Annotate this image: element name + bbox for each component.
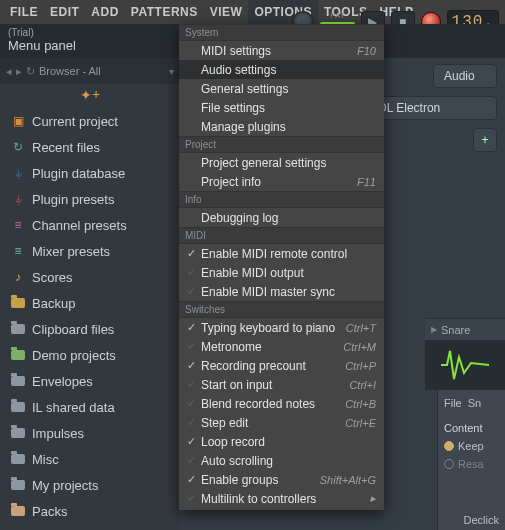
browser-node-il-shared-data[interactable]: IL shared data xyxy=(0,394,180,420)
tab-file[interactable]: File xyxy=(444,397,462,409)
browser-node-label: Scores xyxy=(32,270,72,285)
shortcut-label: Ctrl+B xyxy=(345,398,376,410)
menu-item-midi-settings[interactable]: MIDI settingsF10 xyxy=(179,41,384,60)
menu-item-label: Multilink to controllers xyxy=(199,492,370,506)
menu-item-auto-scrolling[interactable]: ✓Auto scrolling xyxy=(179,451,384,470)
keep-radio[interactable]: Keep xyxy=(444,440,499,452)
add-button[interactable]: + xyxy=(473,128,497,152)
browser-node-plugin-presets[interactable]: ⏚Plugin presets xyxy=(0,186,180,212)
browser-node-channel-presets[interactable]: ≡Channel presets xyxy=(0,212,180,238)
shortcut-label: F11 xyxy=(357,176,376,188)
clip-panel: ▶ Snare xyxy=(425,318,505,390)
menu-item-audio-settings[interactable]: Audio settings xyxy=(179,60,384,79)
menu-item-label: Loop record xyxy=(199,435,376,449)
pat-label: PAT xyxy=(330,11,344,20)
browser-tree: ▣Current project↻Recent files⏚Plugin dat… xyxy=(0,106,180,524)
menu-view[interactable]: VIEW xyxy=(204,0,249,24)
check-icon: ✓ xyxy=(183,359,199,372)
check-icon: ✓ xyxy=(183,492,199,505)
browser-node-mixer-presets[interactable]: ≡Mixer presets xyxy=(0,238,180,264)
menu-item-start-on-input[interactable]: ✓Start on inputCtrl+I xyxy=(179,375,384,394)
menu-item-debugging-log[interactable]: Debugging log xyxy=(179,208,384,227)
browser-node-impulses[interactable]: Impulses xyxy=(0,420,180,446)
shortcut-label: Ctrl+E xyxy=(345,417,376,429)
menu-item-file-settings[interactable]: File settings xyxy=(179,98,384,117)
browser-header[interactable]: ◂ ▸ ↻ Browser - All ▾ xyxy=(0,58,180,84)
browser-collapse-row[interactable]: ✦ + xyxy=(0,84,180,106)
check-icon: ✓ xyxy=(183,378,199,391)
check-icon: ✓ xyxy=(183,285,199,298)
browser-node-packs[interactable]: Packs xyxy=(0,498,180,524)
menu-item-metronome[interactable]: ✓MetronomeCtrl+M xyxy=(179,337,384,356)
menu-item-enable-midi-output[interactable]: ✓Enable MIDI output xyxy=(179,263,384,282)
menu-item-label: Typing keyboard to piano xyxy=(199,321,346,335)
shortcut-label: F10 xyxy=(357,45,376,57)
menu-item-label: Enable groups xyxy=(199,473,320,487)
check-icon: ✓ xyxy=(183,473,199,486)
browser-node-label: Plugin database xyxy=(32,166,125,181)
submenu-arrow-icon: ▸ xyxy=(370,492,376,505)
tab-sn[interactable]: Sn xyxy=(468,397,481,409)
menu-file[interactable]: FILE xyxy=(4,0,44,24)
preset-pill[interactable]: DL Electron xyxy=(367,96,497,120)
menu-item-label: Manage plugins xyxy=(199,120,376,134)
browser-node-label: Mixer presets xyxy=(32,244,110,259)
menu-item-general-settings[interactable]: General settings xyxy=(179,79,384,98)
check-icon: ✓ xyxy=(183,397,199,410)
menu-item-label: MIDI settings xyxy=(199,44,357,58)
reload-icon[interactable]: ↻ xyxy=(26,65,35,78)
menu-item-multilink-to-controllers[interactable]: ✓Multilink to controllers▸ xyxy=(179,489,384,508)
menu-item-recording-precount[interactable]: ✓Recording precountCtrl+P xyxy=(179,356,384,375)
browser-node-my-projects[interactable]: My projects xyxy=(0,472,180,498)
check-icon: ✓ xyxy=(183,435,199,448)
menu-item-label: Project info xyxy=(199,175,357,189)
radio-dot-on-icon xyxy=(444,441,454,451)
waveform-display[interactable] xyxy=(425,340,505,390)
menu-item-label: Project general settings xyxy=(199,156,376,170)
menu-item-label: Step edit xyxy=(199,416,345,430)
menu-item-enable-groups[interactable]: ✓Enable groupsShift+Alt+G xyxy=(179,470,384,489)
browser-node-backup[interactable]: Backup xyxy=(0,290,180,316)
plus-icon: + xyxy=(92,86,100,102)
menu-item-label: Blend recorded notes xyxy=(199,397,345,411)
back-icon[interactable]: ◂ xyxy=(6,65,12,78)
menu-item-step-edit[interactable]: ✓Step editCtrl+E xyxy=(179,413,384,432)
menu-item-blend-recorded-notes[interactable]: ✓Blend recorded notesCtrl+B xyxy=(179,394,384,413)
chevron-down-icon[interactable]: ▾ xyxy=(169,66,174,77)
browser-node-current-project[interactable]: ▣Current project xyxy=(0,108,180,134)
props-tabs[interactable]: File Sn xyxy=(444,394,499,412)
menu-item-manage-plugins[interactable]: Manage plugins xyxy=(179,117,384,136)
audio-pill[interactable]: Audio xyxy=(433,64,497,88)
menu-section-midi: MIDI xyxy=(179,227,384,244)
clip-header[interactable]: ▶ Snare xyxy=(425,318,505,340)
menu-add[interactable]: ADD xyxy=(85,0,125,24)
check-icon: ✓ xyxy=(183,454,199,467)
browser-node-plugin-database[interactable]: ⏚Plugin database xyxy=(0,160,180,186)
menu-item-loop-record[interactable]: ✓Loop record xyxy=(179,432,384,451)
browser-node-label: Current project xyxy=(32,114,118,129)
browser-node-misc[interactable]: Misc xyxy=(0,446,180,472)
check-icon: ✓ xyxy=(183,416,199,429)
browser-node-recent-files[interactable]: ↻Recent files xyxy=(0,134,180,160)
browser-node-scores[interactable]: ♪Scores xyxy=(0,264,180,290)
browser-node-clipboard-files[interactable]: Clipboard files xyxy=(0,316,180,342)
menu-item-enable-midi-remote-control[interactable]: ✓Enable MIDI remote control xyxy=(179,244,384,263)
menu-item-label: Audio settings xyxy=(199,63,376,77)
menu-item-project-info[interactable]: Project infoF11 xyxy=(179,172,384,191)
menu-item-enable-midi-master-sync[interactable]: ✓Enable MIDI master sync xyxy=(179,282,384,301)
resample-radio[interactable]: Resa xyxy=(444,458,499,470)
menu-section-system: System xyxy=(179,24,384,41)
shortcut-label: Ctrl+M xyxy=(343,341,376,353)
fwd-icon[interactable]: ▸ xyxy=(16,65,22,78)
browser-node-label: Backup xyxy=(32,296,75,311)
menu-item-typing-keyboard-to-piano[interactable]: ✓Typing keyboard to pianoCtrl+T xyxy=(179,318,384,337)
menu-item-project-general-settings[interactable]: Project general settings xyxy=(179,153,384,172)
browser-node-label: IL shared data xyxy=(32,400,115,415)
browser-node-envelopes[interactable]: Envelopes xyxy=(0,368,180,394)
shortcut-label: Shift+Alt+G xyxy=(320,474,376,486)
menu-patterns[interactable]: PATTERNS xyxy=(125,0,204,24)
collapse-icon: ✦ xyxy=(80,87,92,103)
browser-node-demo-projects[interactable]: Demo projects xyxy=(0,342,180,368)
menu-item-label: Start on input xyxy=(199,378,349,392)
menu-edit[interactable]: EDIT xyxy=(44,0,85,24)
